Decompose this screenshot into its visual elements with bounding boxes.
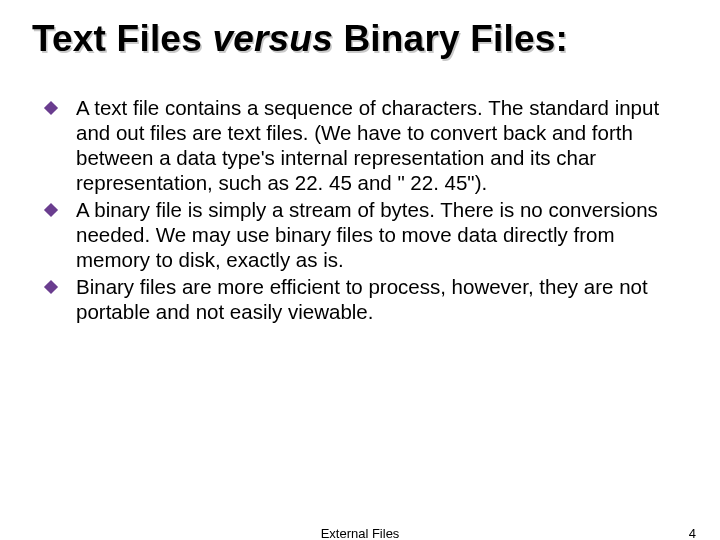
slide-title: Text Files versus Binary Files: <box>32 18 688 61</box>
title-post: Binary Files: <box>333 18 568 59</box>
list-item: A binary file is simply a stream of byte… <box>76 197 688 272</box>
list-item: A text file contains a sequence of chara… <box>76 95 688 195</box>
slide: Text Files versus Binary Files: A text f… <box>0 0 720 540</box>
page-number: 4 <box>689 526 696 540</box>
title-italic: versus <box>212 18 333 59</box>
footer-title: External Files <box>321 526 400 540</box>
list-item: Binary files are more efficient to proce… <box>76 274 688 324</box>
title-pre: Text Files <box>32 18 212 59</box>
bullet-list: A text file contains a sequence of chara… <box>32 95 688 324</box>
